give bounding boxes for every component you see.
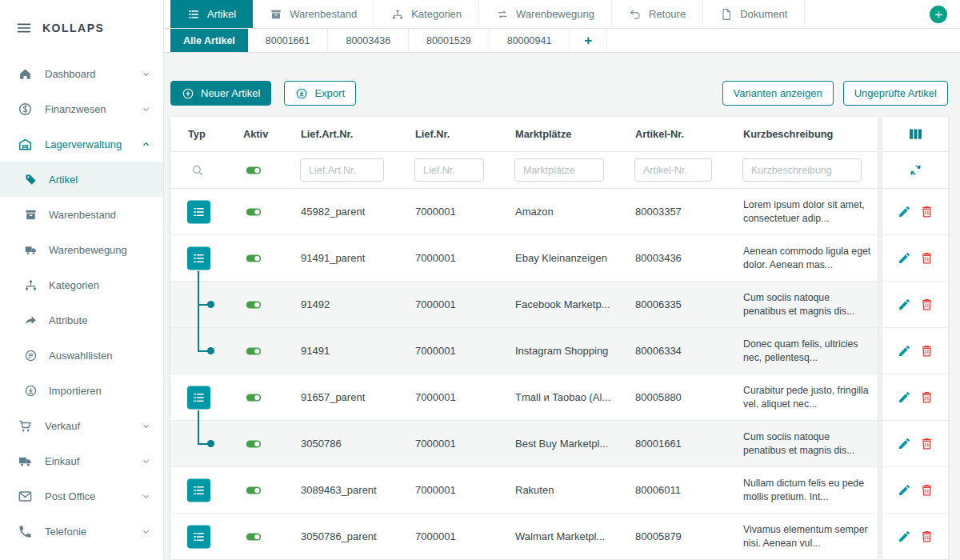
sidebar-subitem-kategorien[interactable]: Kategorien — [0, 267, 163, 302]
table-row[interactable]: 3089463_parent7000001Rakuten80006011Null… — [170, 467, 878, 514]
add-tab-button[interactable] — [930, 6, 947, 23]
menu-icon[interactable] — [16, 20, 32, 36]
chevron-down-icon — [140, 68, 152, 80]
row-aktiv-cell — [228, 482, 286, 499]
sidebar-item-dashboard[interactable]: Dashboard — [0, 56, 163, 91]
table-row[interactable]: 914927000001Facebook Marketp...80006335C… — [170, 282, 878, 328]
sidebar-subitem-auswahllisten[interactable]: Auswahllisten — [0, 338, 163, 373]
table-row[interactable]: 914917000001Instagram Shopping80006334Do… — [170, 328, 878, 374]
table-row[interactable]: 91657_parent7000001Tmall и Taobao (Al...… — [170, 374, 878, 421]
edit-icon[interactable] — [898, 530, 911, 543]
delete-icon[interactable] — [920, 344, 934, 358]
subtab-article[interactable]: 80003436 — [328, 29, 409, 52]
tab-label: Retoure — [649, 8, 686, 20]
edit-icon[interactable] — [898, 390, 911, 404]
active-toggle-icon[interactable] — [245, 389, 262, 406]
search-icon[interactable] — [190, 163, 205, 178]
export-button[interactable]: Export — [284, 81, 356, 106]
article-type-button[interactable] — [187, 386, 210, 409]
new-article-button[interactable]: Neuer Artikel — [170, 81, 271, 106]
document-icon — [720, 8, 733, 21]
sidebar-subitem-importieren[interactable]: Importieren — [0, 373, 163, 408]
table-row[interactable]: 30507867000001Best Buy Marketpl...800016… — [170, 421, 878, 467]
active-toggle-icon[interactable] — [245, 342, 262, 360]
subtab-article[interactable]: 80001529 — [409, 29, 490, 52]
delete-icon[interactable] — [920, 205, 934, 218]
row-lief-art-nr: 3050786 — [286, 438, 400, 450]
main-tabbar: Artikel Warenbestand Kategorien Warenbew… — [164, 0, 960, 29]
delete-icon[interactable] — [920, 483, 934, 497]
list-icon — [192, 205, 206, 218]
sidebar-subitem-warenbestand[interactable]: Warenbestand — [0, 197, 163, 232]
tab-kategorien[interactable]: Kategorien — [374, 0, 479, 28]
subtab-article[interactable]: 80001661 — [248, 29, 329, 52]
row-aktiv-cell — [228, 250, 286, 267]
subtab-add-button[interactable]: + — [570, 29, 607, 52]
article-type-button[interactable] — [187, 478, 210, 502]
active-toggle-icon[interactable] — [245, 203, 262, 221]
sidebar-item-lagerverwaltung[interactable]: Lagerverwaltung — [0, 126, 163, 162]
filter-lief-art-nr-input[interactable] — [300, 158, 384, 182]
sidebar-item-einkauf[interactable]: Einkauf — [0, 443, 163, 478]
subtab-article[interactable]: 80000941 — [490, 29, 570, 52]
columns-settings-icon[interactable] — [907, 126, 924, 142]
tab-warenbewegung[interactable]: Warenbewegung — [479, 0, 612, 28]
tab-dokument[interactable]: Dokument — [703, 0, 805, 28]
tab-warenbestand[interactable]: Warenbestand — [253, 0, 374, 28]
row-lief-art-nr: 91492 — [286, 298, 400, 310]
sidebar-item-verkauf[interactable]: Verkauf — [0, 408, 163, 443]
filter-lief-nr-input[interactable] — [414, 158, 484, 182]
edit-icon[interactable] — [898, 205, 911, 218]
sidebar-item-finanzwesen[interactable]: Finanzwesen — [0, 91, 163, 126]
row-aktiv-cell — [228, 296, 286, 314]
article-type-button[interactable] — [187, 246, 210, 270]
unchecked-articles-button[interactable]: Ungeprüfte Artikel — [843, 81, 948, 106]
sidebar-nav: Dashboard Finanzwesen Lagerverwaltung Ar… — [0, 56, 163, 549]
active-toggle-icon[interactable] — [245, 528, 262, 546]
delete-icon[interactable] — [920, 530, 934, 543]
filter-kurzbeschreibung-input[interactable] — [742, 158, 862, 182]
row-lief-art-nr: 91657_parent — [286, 391, 400, 403]
sidebar-subitem-attribute[interactable]: Attribute — [0, 302, 163, 338]
row-aktiv-cell — [228, 203, 286, 221]
delete-icon[interactable] — [920, 298, 934, 311]
sidebar-subitem-artikel[interactable]: Artikel — [0, 162, 163, 197]
row-actions — [882, 189, 948, 235]
active-toggle-icon[interactable] — [245, 162, 262, 179]
filter-marktplaetze-input[interactable] — [514, 158, 604, 182]
active-toggle-icon[interactable] — [245, 296, 262, 314]
button-label: Neuer Artikel — [201, 87, 260, 99]
edit-icon[interactable] — [898, 251, 911, 265]
delete-icon[interactable] — [920, 251, 934, 265]
delete-icon[interactable] — [920, 390, 934, 404]
show-variants-button[interactable]: Varianten anzeigen — [722, 81, 834, 106]
sidebar-item-post-office[interactable]: Post Office — [0, 478, 163, 514]
filter-artikel-nr-input[interactable] — [634, 158, 712, 182]
tab-retoure[interactable]: Retoure — [612, 0, 703, 28]
delete-icon[interactable] — [920, 437, 934, 450]
sidebar-subitem-warenbewegung[interactable]: Warenbewegung — [0, 232, 163, 267]
sidebar-item-telefonie[interactable]: Telefonie — [0, 514, 163, 549]
table-row[interactable]: 3050786_parent7000001Walmart Marketpl...… — [170, 514, 878, 560]
table-row[interactable]: 45982_parent7000001Amazon80003357Lorem i… — [170, 189, 878, 235]
edit-icon[interactable] — [898, 483, 911, 497]
edit-icon[interactable] — [898, 437, 911, 450]
row-actions — [882, 235, 948, 282]
row-lief-art-nr: 91491 — [286, 345, 400, 357]
home-icon — [18, 66, 33, 82]
article-type-button[interactable] — [187, 200, 210, 223]
table-row[interactable]: 91491_parent7000001Ebay Kleinanzeigen800… — [170, 235, 878, 282]
refresh-icon[interactable] — [908, 162, 923, 178]
subtab-alle-artikel[interactable]: Alle Artikel — [170, 29, 248, 52]
active-toggle-icon[interactable] — [245, 482, 262, 499]
swap-arrows-icon — [496, 8, 509, 21]
active-toggle-icon[interactable] — [245, 250, 262, 267]
tab-artikel[interactable]: Artikel — [170, 0, 253, 28]
active-toggle-icon[interactable] — [245, 435, 262, 453]
sidebar-item-label: Dashboard — [45, 68, 140, 80]
sidebar: KOLLAPS Dashboard Finanzwesen Lagerverwa… — [0, 0, 164, 560]
edit-icon[interactable] — [898, 298, 911, 311]
row-artikel-nr: 80006334 — [620, 345, 728, 357]
edit-icon[interactable] — [898, 344, 911, 358]
article-type-button[interactable] — [187, 525, 210, 548]
